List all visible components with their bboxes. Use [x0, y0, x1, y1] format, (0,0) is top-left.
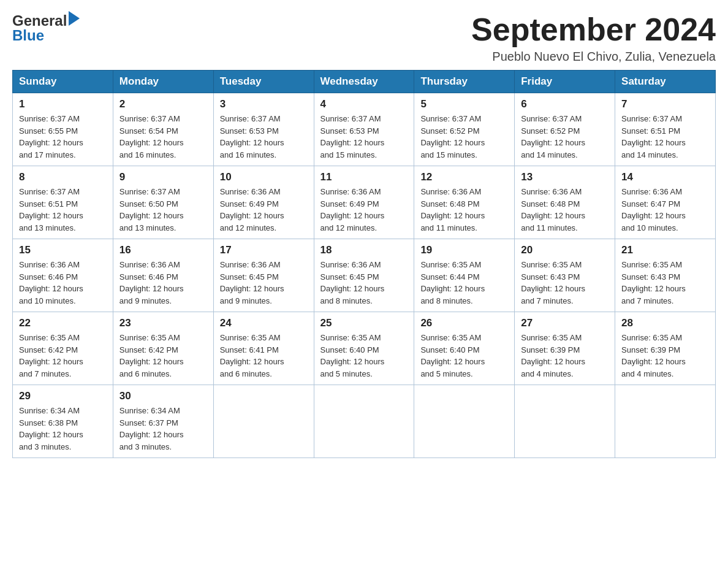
calendar-cell: 3Sunrise: 6:37 AMSunset: 6:53 PMDaylight… [213, 93, 314, 166]
day-number: 24 [220, 317, 308, 329]
day-number: 11 [320, 171, 408, 183]
day-number: 7 [621, 98, 709, 110]
day-info: Sunrise: 6:36 AMSunset: 6:49 PMDaylight:… [320, 186, 408, 234]
col-sunday: Sunday [13, 71, 113, 93]
day-number: 15 [19, 244, 107, 256]
header-row: Sunday Monday Tuesday Wednesday Thursday… [13, 71, 716, 93]
calendar-cell: 1Sunrise: 6:37 AMSunset: 6:55 PMDaylight… [13, 93, 113, 166]
day-number: 26 [420, 317, 508, 329]
day-info: Sunrise: 6:37 AMSunset: 6:50 PMDaylight:… [119, 186, 207, 234]
calendar-cell: 4Sunrise: 6:37 AMSunset: 6:53 PMDaylight… [314, 93, 414, 166]
day-number: 25 [320, 317, 408, 329]
col-tuesday: Tuesday [213, 71, 314, 93]
day-number: 22 [19, 317, 107, 329]
day-number: 8 [19, 171, 107, 183]
calendar-cell: 15Sunrise: 6:36 AMSunset: 6:46 PMDayligh… [13, 239, 113, 312]
col-friday: Friday [515, 71, 615, 93]
calendar-cell: 22Sunrise: 6:35 AMSunset: 6:42 PMDayligh… [13, 312, 113, 385]
calendar-cell [314, 385, 414, 458]
day-number: 27 [521, 317, 609, 329]
day-number: 30 [119, 390, 207, 402]
day-number: 10 [220, 171, 308, 183]
logo-arrow-icon [69, 11, 80, 26]
day-info: Sunrise: 6:34 AMSunset: 6:38 PMDaylight:… [19, 405, 107, 453]
day-number: 6 [521, 98, 609, 110]
day-number: 12 [420, 171, 508, 183]
day-info: Sunrise: 6:35 AMSunset: 6:44 PMDaylight:… [420, 259, 508, 307]
calendar-cell: 6Sunrise: 6:37 AMSunset: 6:52 PMDaylight… [515, 93, 615, 166]
day-info: Sunrise: 6:36 AMSunset: 6:48 PMDaylight:… [521, 186, 609, 234]
calendar-header: Sunday Monday Tuesday Wednesday Thursday… [13, 71, 716, 93]
calendar-cell: 12Sunrise: 6:36 AMSunset: 6:48 PMDayligh… [414, 166, 515, 239]
calendar-cell: 24Sunrise: 6:35 AMSunset: 6:41 PMDayligh… [213, 312, 314, 385]
day-number: 17 [220, 244, 308, 256]
calendar-cell: 13Sunrise: 6:36 AMSunset: 6:48 PMDayligh… [515, 166, 615, 239]
day-info: Sunrise: 6:37 AMSunset: 6:54 PMDaylight:… [119, 113, 207, 161]
week-row-2: 8Sunrise: 6:37 AMSunset: 6:51 PMDaylight… [13, 166, 716, 239]
calendar-cell: 30Sunrise: 6:34 AMSunset: 6:37 PMDayligh… [113, 385, 213, 458]
calendar-cell: 25Sunrise: 6:35 AMSunset: 6:40 PMDayligh… [314, 312, 414, 385]
day-info: Sunrise: 6:37 AMSunset: 6:52 PMDaylight:… [420, 113, 508, 161]
week-row-3: 15Sunrise: 6:36 AMSunset: 6:46 PMDayligh… [13, 239, 716, 312]
calendar-cell: 27Sunrise: 6:35 AMSunset: 6:39 PMDayligh… [515, 312, 615, 385]
calendar-cell: 14Sunrise: 6:36 AMSunset: 6:47 PMDayligh… [615, 166, 716, 239]
day-info: Sunrise: 6:34 AMSunset: 6:37 PMDaylight:… [119, 405, 207, 453]
col-wednesday: Wednesday [314, 71, 414, 93]
title-section: September 2024 Pueblo Nuevo El Chivo, Zu… [471, 12, 716, 64]
day-number: 18 [320, 244, 408, 256]
day-number: 20 [521, 244, 609, 256]
calendar-cell: 10Sunrise: 6:36 AMSunset: 6:49 PMDayligh… [213, 166, 314, 239]
day-info: Sunrise: 6:37 AMSunset: 6:52 PMDaylight:… [521, 113, 609, 161]
day-info: Sunrise: 6:36 AMSunset: 6:49 PMDaylight:… [220, 186, 308, 234]
day-number: 28 [621, 317, 709, 329]
day-info: Sunrise: 6:35 AMSunset: 6:39 PMDaylight:… [521, 332, 609, 380]
day-info: Sunrise: 6:35 AMSunset: 6:42 PMDaylight:… [19, 332, 107, 380]
calendar-cell: 5Sunrise: 6:37 AMSunset: 6:52 PMDaylight… [414, 93, 515, 166]
day-info: Sunrise: 6:36 AMSunset: 6:45 PMDaylight:… [320, 259, 408, 307]
day-number: 29 [19, 390, 107, 402]
day-info: Sunrise: 6:35 AMSunset: 6:43 PMDaylight:… [621, 259, 709, 307]
day-info: Sunrise: 6:35 AMSunset: 6:39 PMDaylight:… [621, 332, 709, 380]
day-info: Sunrise: 6:37 AMSunset: 6:53 PMDaylight:… [220, 113, 308, 161]
calendar-cell [615, 385, 716, 458]
week-row-5: 29Sunrise: 6:34 AMSunset: 6:38 PMDayligh… [13, 385, 716, 458]
calendar-subtitle: Pueblo Nuevo El Chivo, Zulia, Venezuela [471, 50, 716, 64]
day-number: 9 [119, 171, 207, 183]
day-number: 21 [621, 244, 709, 256]
week-row-1: 1Sunrise: 6:37 AMSunset: 6:55 PMDaylight… [13, 93, 716, 166]
day-info: Sunrise: 6:35 AMSunset: 6:42 PMDaylight:… [119, 332, 207, 380]
col-thursday: Thursday [414, 71, 515, 93]
calendar-cell: 23Sunrise: 6:35 AMSunset: 6:42 PMDayligh… [113, 312, 213, 385]
day-info: Sunrise: 6:35 AMSunset: 6:40 PMDaylight:… [420, 332, 508, 380]
calendar-cell: 7Sunrise: 6:37 AMSunset: 6:51 PMDaylight… [615, 93, 716, 166]
calendar-cell: 17Sunrise: 6:36 AMSunset: 6:45 PMDayligh… [213, 239, 314, 312]
calendar-table: Sunday Monday Tuesday Wednesday Thursday… [12, 70, 716, 458]
calendar-cell: 20Sunrise: 6:35 AMSunset: 6:43 PMDayligh… [515, 239, 615, 312]
day-number: 1 [19, 98, 107, 110]
day-info: Sunrise: 6:36 AMSunset: 6:46 PMDaylight:… [119, 259, 207, 307]
calendar-body: 1Sunrise: 6:37 AMSunset: 6:55 PMDaylight… [13, 93, 716, 458]
calendar-cell [515, 385, 615, 458]
day-info: Sunrise: 6:37 AMSunset: 6:51 PMDaylight:… [621, 113, 709, 161]
calendar-cell [213, 385, 314, 458]
page-header: General Blue September 2024 Pueblo Nuevo… [12, 12, 716, 64]
logo-blue-text: Blue [12, 27, 44, 44]
day-number: 3 [220, 98, 308, 110]
day-number: 19 [420, 244, 508, 256]
calendar-cell: 26Sunrise: 6:35 AMSunset: 6:40 PMDayligh… [414, 312, 515, 385]
calendar-cell [414, 385, 515, 458]
calendar-title: September 2024 [471, 12, 716, 47]
calendar-cell: 8Sunrise: 6:37 AMSunset: 6:51 PMDaylight… [13, 166, 113, 239]
day-info: Sunrise: 6:36 AMSunset: 6:46 PMDaylight:… [19, 259, 107, 307]
day-info: Sunrise: 6:35 AMSunset: 6:40 PMDaylight:… [320, 332, 408, 380]
logo: General Blue [12, 12, 80, 44]
calendar-cell: 11Sunrise: 6:36 AMSunset: 6:49 PMDayligh… [314, 166, 414, 239]
day-number: 2 [119, 98, 207, 110]
calendar-cell: 18Sunrise: 6:36 AMSunset: 6:45 PMDayligh… [314, 239, 414, 312]
day-number: 14 [621, 171, 709, 183]
calendar-cell: 2Sunrise: 6:37 AMSunset: 6:54 PMDaylight… [113, 93, 213, 166]
calendar-cell: 9Sunrise: 6:37 AMSunset: 6:50 PMDaylight… [113, 166, 213, 239]
day-info: Sunrise: 6:36 AMSunset: 6:45 PMDaylight:… [220, 259, 308, 307]
day-info: Sunrise: 6:35 AMSunset: 6:43 PMDaylight:… [521, 259, 609, 307]
day-number: 4 [320, 98, 408, 110]
